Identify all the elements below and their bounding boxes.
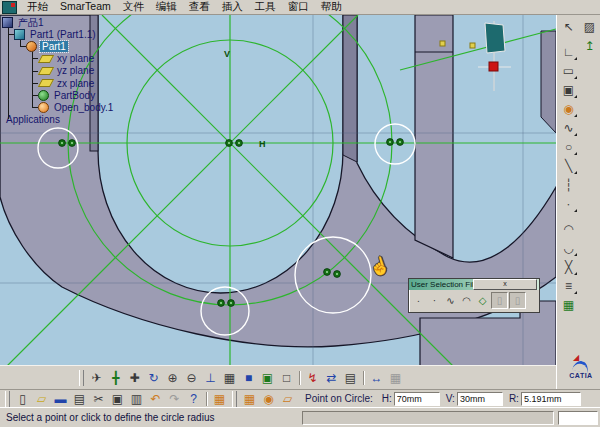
new-document-icon[interactable]: ▯ [13,390,32,408]
menu-view[interactable]: 查看 [183,0,216,12]
power-input-field[interactable] [558,411,598,425]
constraint-icon[interactable]: ≡ [559,276,578,295]
menu-file[interactable]: 文件 [117,0,150,12]
tree-connector [32,95,38,96]
point-filter-icon[interactable]: ∙ [411,293,426,308]
radius-field[interactable] [521,392,581,406]
print-icon[interactable]: ▤ [70,390,89,408]
menu-help[interactable]: 帮助 [315,0,348,12]
shading-edges-icon[interactable]: ▣ [258,369,277,387]
fly-mode-icon[interactable]: ✈ [87,369,106,387]
shading-icon[interactable]: ■ [239,369,258,387]
tree-connector [32,83,38,84]
tree-item-partbody[interactable]: PartBody [0,89,170,101]
surface-filter-icon[interactable]: ◇ [475,293,490,308]
pan-icon[interactable]: ✚ [125,369,144,387]
volume-filter-icon[interactable]: ▯ [491,292,508,309]
multi-view-icon[interactable]: ▦ [220,369,239,387]
3d-viewport[interactable]: V H [0,15,556,365]
constraint-dialog-icon[interactable]: ▦ [559,295,578,314]
tree-item-xy-plane[interactable]: xy plane [0,53,170,65]
menu-start[interactable]: 开始 [21,0,54,12]
wireframe-icon[interactable]: □ [277,369,296,387]
tree-item-part1-node[interactable]: Part1 (Part1.1) [0,28,170,40]
close-icon[interactable]: x [473,279,537,290]
zoom-in-icon[interactable]: ⊕ [163,369,182,387]
tree-connector [8,34,14,35]
tree-item-open-body[interactable]: Open_body.1 [0,101,170,113]
rotate-icon[interactable]: ↻ [144,369,163,387]
h-coordinate-field[interactable] [394,392,440,406]
point-icon[interactable]: ∙ [559,194,578,213]
feature-filter-icon[interactable]: ▯ [509,292,526,309]
command-field[interactable] [302,411,554,425]
specification-tree: 产品1 Part1 (Part1.1) Part1 xy pla [0,16,170,126]
tree-item-product1[interactable]: 产品1 [0,16,170,28]
screen-panel-icon[interactable]: ▤ [341,369,360,387]
axis-icon[interactable]: ┆ [559,175,578,194]
paste-icon[interactable]: ▥ [127,390,146,408]
tree-connector [32,107,38,108]
tree-node-icon [38,102,49,113]
predefined-profile-icon[interactable]: ▣ [559,80,578,99]
swap-visible-space-icon[interactable]: ⇄ [322,369,341,387]
cut-icon[interactable]: ✂ [89,390,108,408]
toolbar-handle[interactable] [79,370,84,386]
menu-edit[interactable]: 编辑 [150,0,183,12]
fit-all-icon[interactable]: ╋ [106,369,125,387]
tree-node-icon [38,67,54,75]
grid-display-icon[interactable]: ▦ [386,369,405,387]
save-icon[interactable]: ▬ [51,390,70,408]
undo-icon[interactable]: ↶ [146,390,165,408]
measure-icon[interactable]: ↔ [367,369,386,387]
h-axis-label: H [259,139,266,149]
v-field-label: V: [446,393,455,404]
user-selection-filter-window[interactable]: User Selection Filter x ∙·∿◠◇▯▯ [408,278,540,313]
filter-title-bar[interactable]: User Selection Filter x [409,279,539,290]
select-icon[interactable]: ↖ [559,17,578,36]
exit-workbench-icon[interactable]: ↥ [580,36,599,55]
part-column-mid[interactable] [343,15,357,162]
r-field-label: R: [509,393,519,404]
menu-window[interactable]: 窗口 [282,0,315,12]
yellow-handle-1 [440,41,445,46]
tree-item-applications[interactable]: Applications [0,114,170,126]
menu-tools[interactable]: 工具 [249,0,282,12]
copy-icon[interactable]: ▣ [108,390,127,408]
profile-filter-icon[interactable]: ◠ [459,293,474,308]
construction-element-icon[interactable]: ▱ [278,390,297,408]
grid-snap-icon[interactable]: ▦ [240,390,259,408]
hide-show-icon[interactable]: ↯ [303,369,322,387]
curve-filter-icon[interactable]: ∿ [443,293,458,308]
app-icon[interactable] [2,1,17,14]
menu-smarteam[interactable]: SmarTeam [54,0,117,12]
part-sliver-right[interactable] [541,31,556,133]
normal-view-icon[interactable]: ⊥ [201,369,220,387]
menu-insert[interactable]: 插入 [216,0,249,12]
tree-item-yz-plane[interactable]: yz plane [0,65,170,77]
corner-icon[interactable]: ◡ [559,238,578,257]
toolbar-handle[interactable] [5,391,10,407]
rectangle-icon[interactable]: ▭ [559,61,578,80]
spline-icon[interactable]: ∿ [559,118,578,137]
tree-item-zx-plane[interactable]: zx plane [0,77,170,89]
tree-node-icon [26,41,37,52]
knowledge-table-icon[interactable]: ▦ [210,390,229,408]
redo-icon[interactable]: ↷ [165,390,184,408]
point-sub-icon[interactable]: · [427,293,442,308]
arc-icon[interactable]: ◠ [559,219,578,238]
circle-icon[interactable]: ◉ [559,99,578,118]
trim-icon[interactable]: ╳ [559,257,578,276]
v-coordinate-field[interactable] [457,392,503,406]
tree-node-icon [38,55,54,63]
help-icon[interactable]: ? [184,390,203,408]
profile-icon[interactable]: ∟ [559,42,578,61]
part-column-right[interactable] [415,15,453,258]
snap-to-point-icon[interactable]: ◉ [259,390,278,408]
toolbar-handle[interactable] [232,391,237,407]
line-icon[interactable]: ╲ [559,156,578,175]
zoom-out-icon[interactable]: ⊖ [182,369,201,387]
ellipse-icon[interactable]: ○ [559,137,578,156]
sketcher-icon[interactable]: ▨ [580,17,599,36]
open-icon[interactable]: ▱ [32,390,51,408]
